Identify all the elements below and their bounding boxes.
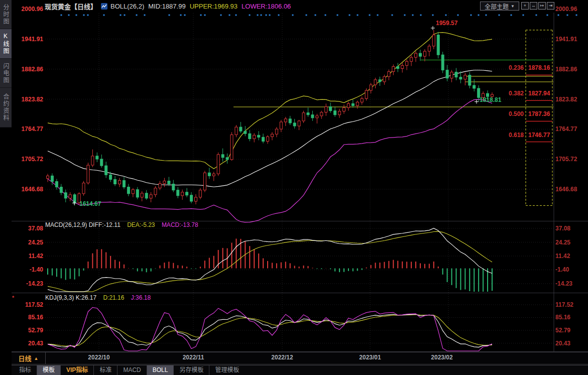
fib-ratio-label: 0.382 xyxy=(503,90,524,97)
macd-axis-label-left: 37.08 xyxy=(15,225,43,232)
kdj-axis-label-right: 117.52 xyxy=(555,301,573,308)
price-axis-label-right: 1764.77 xyxy=(555,126,577,133)
kdj-axis-label-left: 117.52 xyxy=(15,301,43,308)
fib-price-label: 1787.36 xyxy=(528,110,550,117)
fib-ratio-label: 0.500 xyxy=(503,110,524,117)
tab-另存模板[interactable]: 另存模板 xyxy=(173,365,209,375)
date-axis-label: 2022/11 xyxy=(177,354,209,361)
macd-axis-label-right: 24.25 xyxy=(555,239,570,246)
macd-axis-label-right: -1.40 xyxy=(555,266,569,273)
fib-price-label: 1746.77 xyxy=(528,132,550,139)
macd-axis-label-right: -14.23 xyxy=(555,280,572,287)
tab-标准[interactable]: 标准 xyxy=(93,365,117,375)
macd-axis-label-right: 37.08 xyxy=(555,225,570,232)
date-axis-label: 2022/12 xyxy=(266,354,298,361)
fib-ratio-label: 0.236 xyxy=(503,64,524,71)
price-axis-label-left: 1646.68 xyxy=(15,186,43,193)
bottom-tab-bar: 指标模板VIP指标标准MACDBOLL另存模板管理模板 xyxy=(12,365,588,375)
price-axis-label-left: 1941.91 xyxy=(15,36,43,43)
macd-axis-label-left: -1.40 xyxy=(15,266,43,273)
kdj-axis-label-left: 85.16 xyxy=(15,314,43,321)
price-axis-label-right: 1646.68 xyxy=(555,186,577,193)
trading-app-window: 分时图 K线图 闪电图 合约资料 现货黄金【日线】 BOLL(26,2) MID… xyxy=(0,0,588,375)
fib-price-label: 1878.16 xyxy=(528,64,550,71)
tab-模板[interactable]: 模板 xyxy=(37,365,60,375)
period-selector[interactable]: 日线 ▲ xyxy=(12,352,46,364)
labels-overlay: 2000.962000.961941.911941.911882.861882.… xyxy=(0,0,588,375)
macd-axis-label-left: -14.23 xyxy=(15,280,43,287)
kdj-axis-label-right: 52.79 xyxy=(555,327,570,334)
price-axis-label-left: 1823.82 xyxy=(15,96,43,103)
period-label: 日线 xyxy=(19,353,32,363)
kdj-axis-label-right: 85.16 xyxy=(555,314,570,321)
macd-axis-label-right: 11.42 xyxy=(555,253,570,260)
price-annotation-label: 1818.81 xyxy=(480,96,501,103)
tab-管理模板[interactable]: 管理模板 xyxy=(209,365,245,375)
fib-ratio-label: 0.618 xyxy=(503,132,524,139)
price-annotation-label: 1614.67 xyxy=(79,200,101,207)
price-annotation-label: 1959.57 xyxy=(436,20,457,27)
triangle-up-icon: ▲ xyxy=(34,356,39,361)
date-axis-label: 2022/10 xyxy=(83,354,115,361)
price-axis-label-left: 2000.96 xyxy=(15,6,43,13)
price-axis-label-left: 1705.72 xyxy=(15,156,43,163)
macd-axis-label-left: 11.42 xyxy=(15,253,43,260)
date-axis-label: 2023/02 xyxy=(426,354,458,361)
fib-price-label: 1827.94 xyxy=(528,90,550,97)
kdj-axis-label-left: 52.79 xyxy=(15,327,43,334)
price-axis-label-right: 2000.96 xyxy=(555,6,577,13)
date-axis-bar: 日线 ▲ 2022/102022/112022/122023/012023/02 xyxy=(12,352,588,364)
price-axis-label-right: 1941.91 xyxy=(555,36,577,43)
price-axis-label-left: 1764.77 xyxy=(15,126,43,133)
price-axis-label-right: 1882.86 xyxy=(555,66,577,73)
price-axis-label-right: 1823.82 xyxy=(555,96,577,103)
tab-VIP指标[interactable]: VIP指标 xyxy=(60,365,93,375)
macd-axis-label-left: 24.25 xyxy=(15,239,43,246)
tab-MACD[interactable]: MACD xyxy=(117,365,146,375)
date-axis-label: 2023/01 xyxy=(354,354,386,361)
tab-BOLL[interactable]: BOLL xyxy=(147,365,174,375)
tab-指标[interactable]: 指标 xyxy=(14,365,37,375)
price-axis-label-left: 1882.86 xyxy=(15,66,43,73)
kdj-axis-label-right: 20.43 xyxy=(555,340,570,347)
price-axis-label-right: 1705.72 xyxy=(555,156,577,163)
kdj-axis-label-left: 20.43 xyxy=(15,340,43,347)
